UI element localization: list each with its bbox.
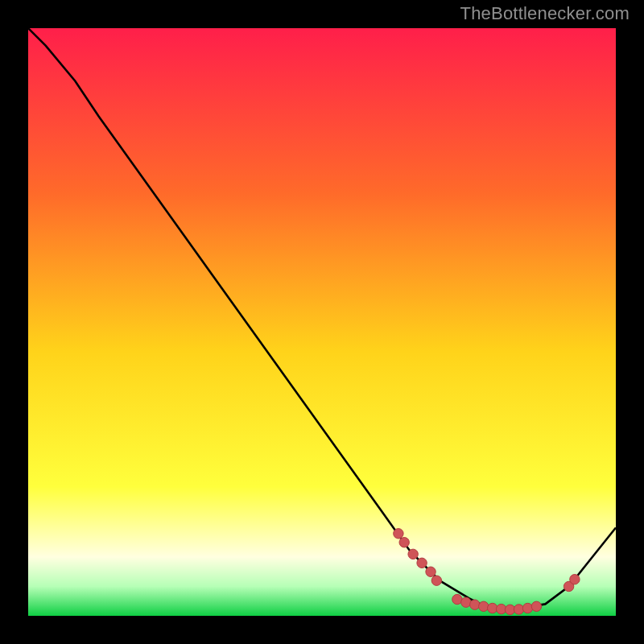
data-marker	[431, 576, 441, 585]
data-marker	[522, 603, 532, 613]
data-marker	[426, 567, 436, 576]
data-marker	[479, 601, 489, 611]
data-marker	[531, 601, 541, 611]
data-marker	[417, 558, 427, 568]
data-marker	[470, 600, 480, 609]
attribution-label: TheBottlenecker.com	[460, 3, 630, 24]
data-marker	[408, 549, 418, 559]
chart-container: TheBottlenecker.com	[0, 0, 644, 644]
data-marker	[399, 538, 409, 547]
data-marker	[488, 603, 497, 613]
chart-plot	[28, 28, 616, 616]
data-marker	[514, 605, 523, 614]
gradient-background	[28, 28, 616, 616]
data-marker	[394, 529, 403, 539]
data-marker	[461, 597, 471, 607]
data-marker	[570, 575, 580, 584]
